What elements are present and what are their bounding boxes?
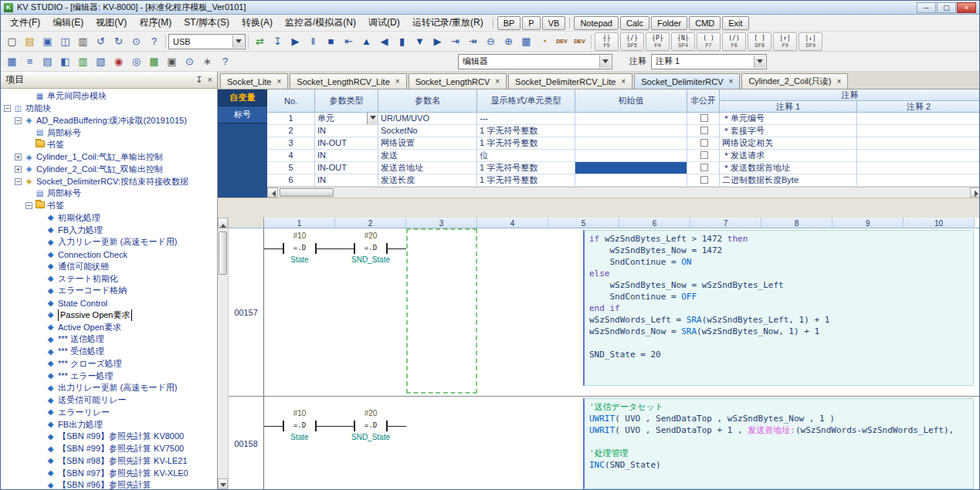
tree-item[interactable]: ▤局部标号	[1, 127, 217, 139]
cell-initial[interactable]	[575, 113, 687, 125]
cell-no[interactable]: 5	[267, 162, 315, 174]
close-icon[interactable]: ×	[836, 77, 841, 86]
menu-item-2[interactable]: 视图(V)	[90, 14, 133, 32]
tree-item[interactable]: ◆Connection Check	[1, 248, 217, 261]
close-icon[interactable]: ×	[729, 77, 734, 86]
tab-socket_lengthrcv[interactable]: Socket_LengthRCV×	[409, 73, 507, 89]
tab-socket_lite[interactable]: Socket_Lite×	[220, 73, 288, 89]
cell-type[interactable]: IN-OUT	[315, 162, 378, 174]
tree-item[interactable]: ◆送受信可能リレー	[1, 394, 217, 407]
watch-window-icon[interactable]: ◎	[127, 53, 145, 70]
close-icon[interactable]: ×	[395, 77, 400, 86]
find-icon[interactable]: ⊙	[181, 53, 198, 70]
private-checkbox[interactable]	[700, 151, 708, 159]
cell-comment2[interactable]	[857, 125, 980, 137]
menu-item-0[interactable]: 文件(F)	[4, 14, 46, 32]
tree-expander[interactable]: +	[15, 166, 22, 173]
tree-expander[interactable]: −	[25, 202, 32, 209]
step-pause-icon[interactable]: ▮	[393, 33, 411, 50]
close-icon[interactable]: ×	[208, 75, 212, 85]
menu-item-6[interactable]: 监控器/模拟器(N)	[279, 14, 362, 32]
column-header-comment-group[interactable]: 注释	[720, 90, 980, 101]
comment-select-combo[interactable]: 注释 1	[651, 54, 767, 69]
tree-item[interactable]: ◆初期化処理	[1, 212, 217, 225]
tree-item[interactable]: ◆FB出力処理	[1, 418, 217, 431]
cell-comment1[interactable]: ＊套接字号	[720, 125, 857, 137]
cell-private[interactable]	[687, 150, 720, 162]
cpu-monitor-icon[interactable]: ◉	[110, 53, 127, 70]
tree-item[interactable]: −◈AD_ReadBuffering:缓冲读取(20191015)	[1, 115, 217, 127]
column-header-comment2[interactable]: 注释 2	[857, 101, 980, 113]
chevron-down-icon[interactable]	[599, 56, 611, 68]
tree-item[interactable]: ◆【SBN #99】参照先計算 KV8000	[1, 431, 217, 443]
cell-type[interactable]: IN	[315, 150, 378, 162]
tree-item[interactable]: ◆*** 受信処理	[1, 346, 217, 358]
tree-item[interactable]: −◫功能块	[1, 103, 217, 115]
tree-item[interactable]: ▤局部标号	[1, 188, 217, 200]
cell-name[interactable]: 发送首地址	[378, 162, 477, 174]
run-to-end-icon[interactable]: ↠	[464, 33, 482, 50]
column-header-name[interactable]: 参数名	[378, 90, 477, 113]
cell-initial[interactable]	[575, 174, 687, 187]
step-forward-icon[interactable]: ▶	[429, 33, 446, 50]
pause-icon[interactable]: ‖	[304, 33, 322, 50]
tree-item[interactable]: ◆Passive Open要求	[1, 309, 217, 322]
tree-item[interactable]: ◆【SBN #97】参照先計算 KV-XLE0	[1, 467, 217, 479]
cell-no[interactable]: 2	[267, 125, 315, 137]
print-icon[interactable]: ▥	[74, 33, 92, 50]
chevron-down-icon[interactable]	[232, 35, 244, 48]
column-header-initial[interactable]: 初始值	[575, 90, 687, 113]
tree-item[interactable]: ◆出力リレー更新 (高速モード用)	[1, 382, 217, 394]
cell-format[interactable]: 1 字无符号整数	[477, 162, 575, 174]
private-checkbox[interactable]	[700, 127, 708, 134]
step-back-icon[interactable]: ◀	[375, 33, 393, 50]
cell-private[interactable]	[687, 113, 720, 125]
script-view-icon[interactable]: ▤	[39, 53, 56, 70]
menu-button-cmd[interactable]: CMD	[689, 16, 721, 30]
menu-item-7[interactable]: 调试(D)	[362, 14, 406, 32]
tree-item[interactable]: ▦单元间同步模块	[1, 90, 217, 103]
cell-private[interactable]	[687, 125, 720, 137]
column-header-format[interactable]: 显示格式/单元类型	[477, 90, 575, 113]
registration-monitor-icon[interactable]: ▦	[517, 33, 535, 50]
tab-socket_delimiterrcv[interactable]: Socket_DelimiterRCV×	[634, 73, 740, 89]
zoom-in-icon[interactable]: ⊕	[500, 33, 517, 50]
tree-item[interactable]: ◆*** 送信処理	[1, 333, 217, 346]
scroll-up-button[interactable]	[218, 218, 228, 228]
table-horizontal-scrollbar[interactable]	[267, 187, 980, 198]
unit-editor-icon[interactable]: ◧	[56, 53, 74, 70]
step-down-icon[interactable]: ▼	[411, 33, 429, 50]
private-checkbox[interactable]	[700, 139, 708, 147]
cell-no[interactable]: 6	[267, 174, 315, 187]
menu-button-folder[interactable]: Folder	[651, 16, 687, 30]
splitter[interactable]	[218, 198, 979, 218]
cell-private[interactable]	[687, 162, 720, 174]
dev-mode-a-icon[interactable]: DEV	[553, 33, 571, 50]
ladder-vertical-scrollbar[interactable]	[218, 218, 229, 489]
menu-button-notepad[interactable]: Notepad	[574, 16, 619, 30]
cell-name[interactable]: 网络设置	[378, 137, 477, 150]
side-tab-arguments[interactable]: 自变量	[218, 90, 267, 106]
usb-port-combo[interactable]: USB	[168, 34, 246, 49]
compare-contact[interactable]: =.D	[354, 243, 388, 254]
script-box[interactable]: if wSzSndBytes_Left > 1472 then wSzSndBy…	[583, 230, 974, 386]
close-icon[interactable]: ×	[276, 77, 281, 86]
cell-comment2[interactable]	[857, 137, 980, 150]
settings-icon[interactable]: ∗	[198, 53, 216, 70]
side-tab-labels[interactable]: 标号	[218, 106, 267, 123]
cell-comment1[interactable]: ＊发送数据首地址	[720, 162, 857, 174]
minimize-button[interactable]: ─	[917, 2, 936, 13]
cell-comment2[interactable]	[857, 162, 980, 174]
ladder-instruction-sf5-button[interactable]: ┤/├SF5	[620, 32, 644, 51]
open-project-icon[interactable]: ▤	[21, 33, 39, 50]
type-dropdown-button[interactable]	[367, 113, 378, 124]
cell-name[interactable]: 发送	[378, 150, 477, 162]
cell-comment2[interactable]	[857, 150, 980, 162]
menu-item-8[interactable]: 运转记录/重放(R)	[406, 14, 490, 32]
column-header-private[interactable]: 非公开	[687, 90, 720, 113]
tree-item[interactable]: ◆【SBN #99】参照先計算 KV7500	[1, 443, 217, 455]
tree-item[interactable]: ◆【SBN #98】参照先計算 KV-LE21	[1, 455, 217, 468]
close-icon[interactable]: ×	[495, 77, 500, 86]
cell-type[interactable]: IN-OUT	[315, 137, 378, 150]
tree-item[interactable]: −书签	[1, 200, 217, 212]
